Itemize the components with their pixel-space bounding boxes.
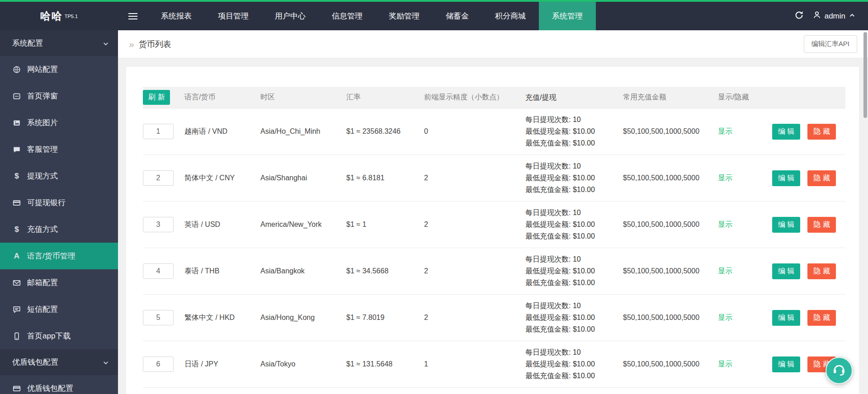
sidebar-item-label: 语言/货币管理 [27,251,75,261]
row-sort-input[interactable] [143,124,174,139]
table-row: 泰语 / THB Asia/Bangkok $1 ≈ 34.5668 2 每日提… [143,248,845,295]
refresh-table-button[interactable]: 刷 新 [143,90,170,105]
sidebar-item[interactable]: 优盾钱包配置 [0,375,118,394]
row-sort-input[interactable] [143,356,174,372]
topbar-nav: 系统报表 项目管理 用户中心 信息管理 奖励管理 储蓄金 积分商城 系统管理 [148,2,596,30]
edit-button[interactable]: 编 辑 [772,310,800,326]
language-currency-cell: 日语 / JPY [184,360,260,369]
hide-button[interactable]: 隐 藏 [807,263,835,279]
sidebar-item[interactable]: 优盾钱包配置 [0,349,118,375]
deposit-withdraw-cell: 每日提现次数: 10 最低提现金额: $10.00 最低充值金额: $10.00 [525,114,623,149]
mail-icon [12,278,21,287]
deposit-withdraw-cell: 每日提现次数: 10 最低提现金额: $10.00 最低充值金额: $10.00 [525,347,623,382]
row-sort-input[interactable] [143,217,174,232]
withdraw-count-line: 每日提现次数: 10 [525,114,618,126]
timezone-cell: Asia/Tokyo [260,360,346,368]
breadcrumb: » 货币列表 编辑汇率API [118,30,868,58]
customer-service-button[interactable] [826,357,853,384]
deposit-min-line: 最低充值金额: $10.00 [525,370,618,382]
refresh-page-button[interactable] [785,10,813,22]
topbar-nav-item[interactable]: 系统管理 [539,2,596,30]
dollar-icon: $ [12,172,21,181]
deposit-withdraw-cell: 每日提现次数: 10 最低提现金额: $10.00 最低充值金额: $10.00 [525,160,623,196]
sidebar-item-label: 优盾钱包配置 [12,357,58,367]
table-row: 越南语 / VND Asia/Ho_Chi_Minh $1 ≈ 23568.32… [143,108,845,155]
sidebar-item[interactable]: A 语言/货币管理 [0,243,118,269]
col-header-visibility: 显示/隐藏 [718,93,772,102]
nav-item-label: 用户中心 [275,12,306,20]
hide-button[interactable]: 隐 藏 [807,170,835,186]
user-menu[interactable]: admin [813,11,855,21]
hide-button[interactable]: 隐 藏 [807,124,835,140]
sidebar-item-label: 首页app下载 [27,331,71,341]
edit-button[interactable]: 编 辑 [772,217,800,233]
chevron-down-icon [103,40,109,47]
sidebar-item-label: 邮箱配置 [27,277,58,288]
language-currency-cell: 泰语 / THB [184,267,260,276]
topbar-nav-item[interactable]: 奖励管理 [376,2,433,30]
edit-rate-api-button[interactable]: 编辑汇率API [804,35,857,53]
hide-button[interactable]: 隐 藏 [807,217,835,233]
topbar-nav-item[interactable]: 信息管理 [319,2,376,30]
topbar-nav-item[interactable]: 系统报表 [148,2,205,30]
user-icon [813,11,821,21]
image-icon [12,118,21,127]
rate-cell: $1 ≈ 7.8019 [346,314,424,322]
topbar-nav-item[interactable]: 积分商城 [482,2,539,30]
sidebar-item[interactable]: 系统图片 [0,109,118,136]
edit-button[interactable]: 编 辑 [772,356,800,372]
sidebar-item[interactable]: 短信配置 [0,296,118,323]
page-title: 货币列表 [139,39,171,50]
deposit-min-line: 最低充值金额: $10.00 [525,137,618,149]
nav-item-label: 储蓄金 [446,12,469,20]
sidebar-item[interactable]: 可提现银行 [0,189,118,216]
deposit-withdraw-cell: 每日提现次数: 10 最低提现金额: $10.00 最低充值金额: $10.00 [525,253,623,289]
language-currency-cell: 繁体中文 / HKD [184,313,260,323]
sidebar-item[interactable]: $ 充值方式 [0,216,118,243]
table-header-row: 刷 新 语言/货币 时区 汇率 前端显示精度（小数点） 充值/提现 常用充值金额… [143,87,845,108]
refresh-icon [794,10,804,22]
row-sort-input[interactable] [143,170,174,186]
page-scrollbar[interactable] [863,32,867,391]
precision-cell: 2 [424,220,525,229]
sidebar-item[interactable]: 网站配置 [0,56,118,83]
table-row: 简体中文 / CNY Asia/Shanghai $1 ≈ 6.8181 2 每… [143,155,845,202]
visibility-status: 显示 [718,360,772,369]
deposit-withdraw-cell: 每日提现次数: 10 最低提现金额: $10.00 最低充值金额: $10.00 [525,207,623,242]
sidebar-item[interactable]: 首页app下载 [0,323,118,349]
row-sort-input[interactable] [143,263,174,279]
sidebar-item-label: 客服管理 [27,144,58,155]
precision-cell: 2 [424,267,525,275]
rate-cell: $1 ≈ 1 [346,220,424,229]
sidebar: 系统配置 网站配置 首页弹窗 系统图片 客服管理 $ 提现方式 可提现银行 $ … [0,30,118,394]
scrollbar-thumb[interactable] [863,32,867,118]
col-header-timezone: 时区 [260,93,346,102]
edit-button[interactable]: 编 辑 [772,170,800,186]
nav-item-label: 信息管理 [332,12,363,20]
common-amounts-cell: $50,100,500,1000,5000 [623,127,718,136]
dollar-icon: $ [12,225,21,234]
mobile-icon [12,332,21,341]
sidebar-toggle-button[interactable] [118,2,148,30]
sidebar-item[interactable]: 邮箱配置 [0,269,118,296]
col-header-rate: 汇率 [346,93,424,102]
timezone-cell: Asia/Ho_Chi_Minh [260,127,346,136]
sidebar-item[interactable]: 首页弹窗 [0,83,118,109]
col-header-common-amounts: 常用充值金额 [623,93,718,102]
row-sort-input[interactable] [143,310,174,325]
topbar-nav-item[interactable]: 项目管理 [205,2,262,30]
edit-button[interactable]: 编 辑 [772,124,800,140]
sidebar-item[interactable]: $ 提现方式 [0,163,118,189]
deposit-min-line: 最低充值金额: $10.00 [525,230,618,242]
app-version: TP5.1 [65,14,78,19]
topbar-nav-item[interactable]: 储蓄金 [433,2,482,30]
hide-button[interactable]: 隐 藏 [807,310,835,326]
edit-button[interactable]: 编 辑 [772,263,800,279]
language-currency-cell: 越南语 / VND [184,127,260,136]
sidebar-item[interactable]: 系统配置 [0,30,118,56]
precision-cell: 0 [424,127,525,136]
withdraw-count-line: 每日提现次数: 10 [525,253,618,265]
sidebar-item[interactable]: 客服管理 [0,136,118,163]
topbar-nav-item[interactable]: 用户中心 [262,2,319,30]
withdraw-min-line: 最低提现金额: $10.00 [525,312,618,324]
